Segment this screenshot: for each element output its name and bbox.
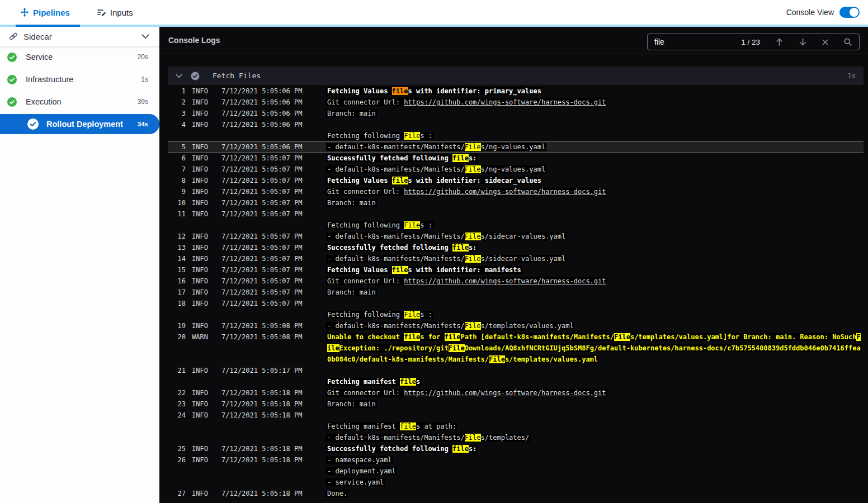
log-message: Branch: main (326, 398, 864, 410)
log-text: ileException: ./repository/gitFileDownlo… (326, 344, 862, 352)
log-text: Fetching following Files : (326, 311, 433, 319)
log-level: INFO (192, 387, 215, 398)
search-icon[interactable] (843, 37, 852, 46)
close-search-icon[interactable] (822, 39, 828, 45)
log-text: Branch: main (326, 288, 377, 296)
line-number: 3 (171, 108, 186, 119)
log-text: - default-k8s-manifests/Manifests/Files/… (326, 232, 567, 240)
line-number: 15 (171, 264, 186, 276)
search-match-counter: 1 / 23 (741, 38, 760, 46)
log-message: Branch: main (326, 287, 864, 298)
step-duration: 1s (141, 75, 148, 83)
log-timestamp: 7/12/2021 5:05:18 PM (221, 454, 320, 488)
log-level: INFO (192, 141, 215, 153)
log-line (326, 365, 864, 376)
log-text: - default-k8s-manifests/Manifests/Files/… (326, 434, 530, 442)
log-line: - default-k8s-manifests/Manifests/Files/… (326, 141, 864, 153)
log-message: Git connector Url: https://github.com/wi… (326, 387, 864, 398)
log-line: Branch: main (326, 398, 864, 410)
log-row: 1INFO7/12/2021 5:05:06 PMFetching Values… (168, 86, 864, 97)
log-level: INFO (192, 164, 215, 175)
log-row: 5INFO7/12/2021 5:05:06 PM- default-k8s-m… (168, 141, 864, 153)
log-text: Git connector Url: https://github.com/wi… (326, 389, 607, 397)
sidebar-item-execution[interactable]: Execution39s (0, 91, 159, 113)
search-match: F (856, 333, 860, 341)
log-message: Git connector Url: https://github.com/wi… (326, 97, 864, 108)
tab-pipelines[interactable]: Pipelines (16, 0, 74, 25)
sidebar-item-rollout-deployment[interactable]: Rollout Deployment34s (0, 114, 159, 134)
top-navigation-bar: Pipelines Inputs Console View (0, 0, 868, 25)
log-row: 7INFO7/12/2021 5:05:07 PM- default-k8s-m… (168, 164, 864, 175)
console-view-toggle[interactable] (839, 7, 860, 18)
search-match: file (400, 378, 416, 386)
log-text: - deployment.yaml (326, 467, 397, 475)
log-link[interactable]: https://github.com/wings-software/harnes… (404, 188, 606, 196)
log-row: 8INFO7/12/2021 5:05:07 PMFetching Values… (168, 175, 864, 186)
log-timestamp: 7/12/2021 5:05:06 PM (221, 119, 320, 141)
log-message: Fetching manifest files (326, 365, 864, 387)
log-row: 17INFO7/12/2021 5:05:07 PMBranch: main (168, 287, 864, 298)
log-message: - namespace.yaml- deployment.yaml- servi… (326, 454, 864, 488)
search-match: File (404, 132, 420, 140)
sidebar-item-service[interactable]: Service20s (0, 46, 159, 68)
log-timestamp: 7/12/2021 5:05:07 PM (221, 164, 320, 175)
log-text: Branch: main (326, 110, 377, 117)
chevron-down-icon[interactable] (141, 34, 149, 39)
log-lines-container: 1INFO7/12/2021 5:05:06 PMFetching Values… (168, 85, 864, 499)
search-match: File (465, 322, 481, 330)
search-match: File (614, 333, 630, 341)
log-timestamp: 7/12/2021 5:05:07 PM (221, 208, 320, 231)
previous-match-icon[interactable] (775, 37, 784, 46)
tab-inputs[interactable]: Inputs (92, 0, 138, 25)
log-line: Fetching Values files with identifier: p… (326, 86, 864, 97)
log-message: Unable to checkout files for filePath [d… (326, 331, 864, 365)
stage-selector[interactable]: Sidecar (0, 27, 159, 46)
log-text: Successfully fetched following files: (326, 154, 478, 162)
log-text: Git connector Url: https://github.com/wi… (326, 277, 607, 285)
inputs-icon (97, 8, 106, 17)
log-message: Fetching Values files with identifier: m… (326, 264, 864, 276)
log-row: 3INFO7/12/2021 5:05:06 PMBranch: main (168, 108, 864, 119)
log-text: Fetching Values files with identifier: s… (326, 177, 542, 184)
line-number: 2 (171, 97, 186, 108)
log-message: Git connector Url: https://github.com/wi… (326, 186, 864, 197)
search-match: ile (327, 344, 339, 352)
line-number: 11 (171, 208, 186, 231)
log-section-header[interactable]: Fetch Files 1s (168, 67, 864, 85)
log-row: 10INFO7/12/2021 5:05:07 PMBranch: main (168, 197, 864, 208)
status-success-icon (7, 75, 17, 84)
log-message: Done. (326, 488, 864, 499)
next-match-icon[interactable] (799, 37, 807, 46)
log-text: Branch: main (326, 199, 377, 207)
collapse-chevron-icon[interactable] (176, 74, 182, 78)
log-line: ileException: ./repository/gitFileDownlo… (326, 343, 864, 354)
step-label: Infrastructure (26, 75, 141, 84)
log-line: - default-k8s-manifests/Manifests/Files/… (326, 432, 864, 443)
log-message: - default-k8s-manifests/Manifests/Files/… (326, 320, 864, 331)
log-text: - default-k8s-manifests/Manifests/Files/… (326, 322, 575, 330)
log-text: Successfully fetched following files: (326, 445, 478, 453)
line-number: 24 (171, 410, 186, 443)
log-link[interactable]: https://github.com/wings-software/harnes… (404, 277, 606, 285)
log-text: Fetching manifest files at path: (326, 423, 457, 430)
log-row: 11INFO7/12/2021 5:05:07 PM Fetching foll… (168, 208, 864, 231)
log-row: 4INFO7/12/2021 5:05:06 PM Fetching follo… (168, 119, 864, 141)
log-level: WARN (192, 331, 215, 365)
line-number: 10 (171, 197, 186, 208)
line-number: 25 (171, 443, 186, 454)
line-number: 19 (171, 320, 186, 331)
log-level: INFO (192, 97, 215, 108)
step-success-icon (191, 72, 200, 80)
log-link[interactable]: https://github.com/wings-software/harnes… (404, 98, 606, 106)
sidebar-item-infrastructure[interactable]: Infrastructure1s (0, 68, 159, 91)
log-link[interactable]: https://github.com/wings-software/harnes… (404, 389, 606, 397)
search-match: file (452, 244, 469, 252)
log-timestamp: 7/12/2021 5:05:07 PM (221, 253, 320, 264)
search-input[interactable] (654, 37, 741, 46)
log-line: Branch: main (326, 287, 864, 298)
log-line: Git connector Url: https://github.com/wi… (326, 186, 864, 197)
log-level: INFO (192, 298, 215, 320)
log-timestamp: 7/12/2021 5:05:07 PM (221, 186, 320, 197)
log-text: - default-k8s-manifests/Manifests/Files/… (326, 143, 546, 151)
log-level: INFO (192, 443, 215, 454)
